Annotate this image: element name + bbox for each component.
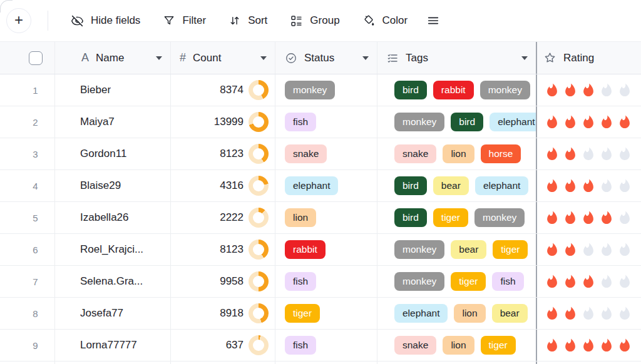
flame-rating-icon[interactable] xyxy=(545,178,560,193)
flame-rating-icon[interactable] xyxy=(545,338,560,353)
count-cell[interactable]: 13999 xyxy=(171,106,275,138)
flame-rating-icon[interactable] xyxy=(599,114,614,129)
status-cell[interactable]: fish xyxy=(275,106,377,138)
flame-rating-icon[interactable] xyxy=(581,242,596,257)
color-button[interactable]: Color xyxy=(362,14,408,28)
flame-rating-icon[interactable] xyxy=(581,83,596,98)
flame-rating-icon[interactable] xyxy=(581,338,596,353)
row-number-cell[interactable]: 3 xyxy=(0,138,55,169)
filter-button[interactable]: Filter xyxy=(163,14,206,27)
tags-cell[interactable]: snakelionhorse xyxy=(377,138,537,169)
flame-rating-icon[interactable] xyxy=(563,83,578,98)
column-header-count[interactable]: # Count xyxy=(171,42,275,74)
rating-cell[interactable] xyxy=(537,138,641,169)
name-cell[interactable]: Blaise29 xyxy=(55,170,171,201)
count-cell[interactable]: 8374 xyxy=(171,74,275,106)
rating-cell[interactable] xyxy=(537,74,641,106)
group-button[interactable]: Group xyxy=(290,14,339,28)
count-cell[interactable]: 2222 xyxy=(171,202,275,233)
row-number-cell[interactable]: 4 xyxy=(0,170,55,201)
row-number-cell[interactable]: 9 xyxy=(0,330,55,361)
flame-rating-icon[interactable] xyxy=(545,306,560,321)
flame-rating-icon[interactable] xyxy=(545,83,560,98)
select-all-checkbox[interactable] xyxy=(29,51,43,65)
flame-rating-icon[interactable] xyxy=(617,274,632,289)
flame-rating-icon[interactable] xyxy=(581,274,596,289)
rating-cell[interactable] xyxy=(537,298,641,329)
flame-rating-icon[interactable] xyxy=(563,274,578,289)
flame-rating-icon[interactable] xyxy=(581,306,596,321)
name-cell[interactable]: Josefa77 xyxy=(55,298,171,329)
count-cell[interactable]: 8123 xyxy=(171,138,275,169)
row-number-cell[interactable]: 6 xyxy=(0,234,55,265)
name-cell[interactable]: Izabella26 xyxy=(55,202,171,233)
column-header-status[interactable]: Status xyxy=(275,42,377,74)
count-cell[interactable]: 4316 xyxy=(171,170,275,201)
hide-fields-button[interactable]: Hide fields xyxy=(71,14,140,28)
row-number-cell[interactable]: 8 xyxy=(0,298,55,329)
flame-rating-icon[interactable] xyxy=(599,242,614,257)
flame-rating-icon[interactable] xyxy=(563,210,578,225)
chevron-down-icon[interactable] xyxy=(521,56,528,60)
chevron-down-icon[interactable] xyxy=(362,56,369,60)
rating-cell[interactable] xyxy=(537,170,641,201)
status-cell[interactable]: lion xyxy=(275,202,377,233)
add-record-button[interactable]: + xyxy=(6,8,31,33)
flame-rating-icon[interactable] xyxy=(563,306,578,321)
flame-rating-icon[interactable] xyxy=(599,146,614,161)
flame-rating-icon[interactable] xyxy=(563,338,578,353)
flame-rating-icon[interactable] xyxy=(617,83,632,98)
status-cell[interactable]: fish xyxy=(275,330,377,361)
flame-rating-icon[interactable] xyxy=(563,114,578,129)
flame-rating-icon[interactable] xyxy=(617,146,632,161)
status-cell[interactable]: fish xyxy=(275,266,377,297)
chevron-down-icon[interactable] xyxy=(260,56,267,60)
flame-rating-icon[interactable] xyxy=(563,242,578,257)
name-cell[interactable]: Selena.Gra... xyxy=(55,266,171,297)
rating-cell[interactable] xyxy=(537,266,641,297)
flame-rating-icon[interactable] xyxy=(563,146,578,161)
column-header-rating[interactable]: Rating xyxy=(537,42,641,74)
flame-rating-icon[interactable] xyxy=(581,146,596,161)
name-cell[interactable]: Roel_Krajci... xyxy=(55,234,171,265)
rating-cell[interactable] xyxy=(537,234,641,265)
tags-cell[interactable]: monkeytigerfish xyxy=(377,266,537,297)
flame-rating-icon[interactable] xyxy=(545,114,560,129)
row-number-cell[interactable]: 2 xyxy=(0,106,55,138)
flame-rating-icon[interactable] xyxy=(599,338,614,353)
row-number-cell[interactable]: 5 xyxy=(0,202,55,233)
row-number-cell[interactable]: 1 xyxy=(0,74,55,106)
flame-rating-icon[interactable] xyxy=(599,178,614,193)
flame-rating-icon[interactable] xyxy=(617,114,632,129)
flame-rating-icon[interactable] xyxy=(617,242,632,257)
name-cell[interactable]: Bieber xyxy=(55,74,171,106)
count-cell[interactable]: 8123 xyxy=(171,234,275,265)
tags-cell[interactable]: monkeybirdelephant xyxy=(377,106,537,138)
flame-rating-icon[interactable] xyxy=(617,178,632,193)
count-cell[interactable]: 9958 xyxy=(171,266,275,297)
count-cell[interactable]: 637 xyxy=(171,330,275,361)
column-header-tags[interactable]: Tags xyxy=(377,42,537,74)
flame-rating-icon[interactable] xyxy=(581,114,596,129)
count-cell[interactable]: 8918 xyxy=(171,298,275,329)
flame-rating-icon[interactable] xyxy=(545,242,560,257)
sort-button[interactable]: Sort xyxy=(228,14,267,27)
status-cell[interactable]: rabbit xyxy=(275,234,377,265)
tags-cell[interactable]: birdbearelephant xyxy=(377,170,537,201)
flame-rating-icon[interactable] xyxy=(545,274,560,289)
column-header-name[interactable]: A Name xyxy=(55,42,171,74)
flame-rating-icon[interactable] xyxy=(617,338,632,353)
status-cell[interactable]: tiger xyxy=(275,298,377,329)
rating-cell[interactable] xyxy=(537,202,641,233)
name-cell[interactable]: Maiya7 xyxy=(55,106,171,138)
name-cell[interactable]: Lorna77777 xyxy=(55,330,171,361)
flame-rating-icon[interactable] xyxy=(599,83,614,98)
flame-rating-icon[interactable] xyxy=(617,210,632,225)
flame-rating-icon[interactable] xyxy=(617,306,632,321)
chevron-down-icon[interactable] xyxy=(156,56,162,60)
flame-rating-icon[interactable] xyxy=(599,274,614,289)
rating-cell[interactable] xyxy=(537,330,641,361)
name-cell[interactable]: Gordon11 xyxy=(55,138,171,169)
tags-cell[interactable]: snakeliontiger xyxy=(377,330,537,361)
flame-rating-icon[interactable] xyxy=(599,210,614,225)
